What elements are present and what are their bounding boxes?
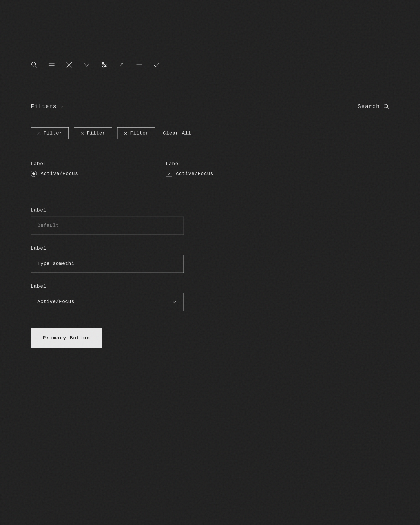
radio-group: Label Active/Focus	[31, 161, 78, 177]
select-value: Active/Focus	[37, 299, 74, 304]
svg-line-1	[35, 66, 37, 68]
input-label-2: Label	[31, 246, 389, 251]
form-section: Label Active/Focus Label Active/Focus	[31, 161, 389, 177]
input-section: Label Label Label Active/Focus	[31, 208, 389, 311]
checkbox-option-label: Active/Focus	[176, 171, 214, 177]
select-label: Label	[31, 284, 389, 289]
svg-line-15	[387, 107, 389, 109]
filter-chips-row: Filter Filter Filter Clear All	[31, 127, 389, 139]
chip-close-icon-1	[37, 131, 41, 135]
checkbox-check-icon	[167, 172, 171, 176]
primary-button[interactable]: Primary Button	[31, 328, 102, 348]
radio-option[interactable]: Active/Focus	[31, 171, 78, 177]
radio-group-label: Label	[31, 161, 78, 167]
search-icon[interactable]	[31, 61, 38, 68]
checkbox-group-label: Label	[166, 161, 214, 167]
select-chevron-icon	[172, 299, 177, 304]
external-link-icon[interactable]	[118, 61, 125, 68]
filter-chip-1[interactable]: Filter	[31, 127, 69, 139]
clear-all-button[interactable]: Clear All	[163, 131, 191, 136]
menu-icon[interactable]	[48, 61, 55, 68]
search-button[interactable]: Search	[358, 103, 389, 110]
chevron-down-icon[interactable]	[83, 61, 90, 68]
svg-point-9	[102, 62, 104, 64]
svg-point-10	[104, 64, 106, 66]
filter-search-row: Filters Search	[31, 103, 389, 110]
check-icon[interactable]	[153, 61, 160, 68]
chip-close-icon-3	[124, 131, 128, 135]
checkbox-option[interactable]: Active/Focus	[166, 171, 214, 177]
checkbox-box	[166, 171, 172, 177]
input-group-select: Label Active/Focus	[31, 284, 389, 311]
clear-all-label: Clear All	[163, 131, 191, 136]
filters-dropdown[interactable]: Filters	[31, 103, 64, 110]
radio-circle	[31, 171, 37, 177]
plus-icon[interactable]	[136, 61, 143, 68]
filters-chevron-icon	[59, 104, 64, 109]
icon-row	[31, 61, 389, 68]
text-input-1[interactable]	[31, 216, 184, 235]
chip-close-icon-2	[80, 131, 84, 135]
radio-option-label: Active/Focus	[41, 171, 78, 177]
input-group-2: Label	[31, 246, 389, 273]
checkbox-group: Label Active/Focus	[166, 161, 214, 177]
input-group-1: Label	[31, 208, 389, 235]
chip-label-2: Filter	[87, 131, 106, 136]
search-btn-icon	[383, 103, 389, 110]
svg-point-14	[384, 104, 388, 108]
filters-label: Filters	[31, 103, 56, 110]
text-input-2[interactable]	[31, 255, 184, 273]
input-label-1: Label	[31, 208, 389, 213]
search-label: Search	[358, 103, 380, 110]
svg-point-0	[31, 62, 36, 66]
sliders-icon[interactable]	[101, 61, 108, 68]
chip-label-3: Filter	[130, 131, 149, 136]
svg-point-11	[103, 66, 104, 67]
close-icon[interactable]	[66, 61, 73, 68]
form-row: Label Active/Focus Label Active/Focus	[31, 161, 389, 177]
primary-button-label: Primary Button	[43, 335, 90, 341]
filter-chip-2[interactable]: Filter	[74, 127, 112, 139]
chip-label-1: Filter	[44, 131, 62, 136]
filter-chip-3[interactable]: Filter	[117, 127, 155, 139]
select-dropdown[interactable]: Active/Focus	[31, 293, 184, 311]
radio-inner	[32, 172, 35, 175]
section-divider	[31, 190, 389, 190]
